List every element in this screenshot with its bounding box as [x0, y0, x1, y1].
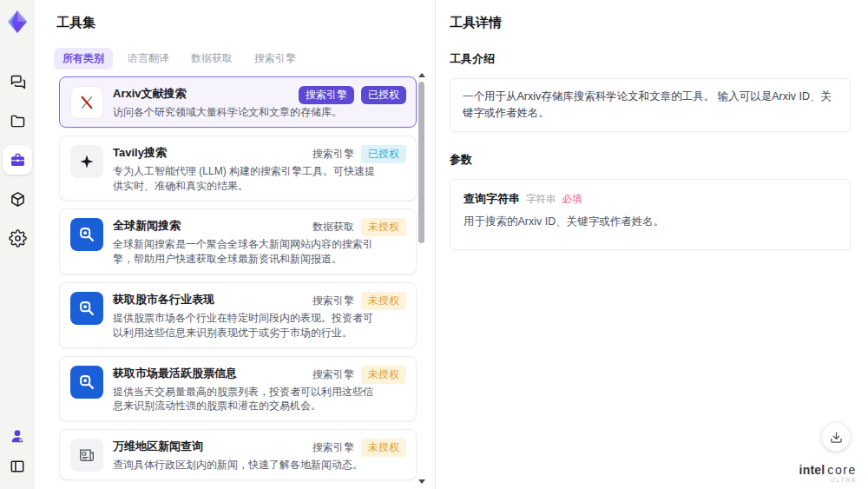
side-panel-icon[interactable]: [5, 454, 30, 479]
category-label: 搜索引擎: [312, 147, 354, 162]
category-label: 搜索引擎: [312, 294, 354, 308]
tool-card[interactable]: 获取股市各行业表现 提供股票市场各个行业在特定时间段内的表现。投资者可以利用这些…: [59, 282, 417, 348]
tool-description: 提供当天交易量最高的股票列表，投资者可以利用这些信息来识别流动性强的股票和潜在的…: [113, 385, 375, 414]
brand-ultra-text: ULTRA: [799, 477, 857, 483]
tab-search-engine[interactable]: 搜索引擎: [247, 48, 303, 69]
tool-detail-panel: 工具详情 工具介绍 一个用于从Arxiv存储库搜索科学论文和文章的工具。 输入可…: [436, 0, 868, 489]
scroll-down-arrow[interactable]: [418, 479, 425, 484]
parameter-name: 查询字符串: [464, 191, 520, 207]
parameter-card: 查询字符串 字符串 必填 用于搜索的Arxiv ID、关键字或作者姓名。: [450, 179, 851, 250]
category-label: 数据获取: [312, 220, 354, 235]
tool-intro-card: 一个用于从Arxiv存储库搜索科学论文和文章的工具。 输入可以是Arxiv ID…: [450, 78, 851, 132]
tool-card[interactable]: Tavily搜索 专为人工智能代理 (LLM) 构建的搜索引擎工具。可快速提供实…: [59, 135, 417, 202]
arxiv-logo-icon: [70, 86, 103, 119]
brand-intel-text: intel: [799, 463, 825, 477]
status-badge: 未授权: [361, 439, 406, 457]
scroll-up-arrow[interactable]: [418, 73, 425, 77]
brand-core-text: core: [827, 463, 857, 477]
cube-icon[interactable]: [3, 184, 32, 214]
status-badge: 未授权: [361, 218, 406, 236]
settings-icon[interactable]: [3, 223, 32, 253]
tool-intro-text: 一个用于从Arxiv存储库搜索科学论文和文章的工具。 输入可以是Arxiv ID…: [463, 90, 832, 119]
tool-description: 全球新闻搜索是一个聚合全球各大新闻网站内容的搜索引擎，帮助用户快速获取全球最新资…: [113, 237, 375, 267]
folder-icon[interactable]: [3, 106, 32, 135]
left-icon-rail: [0, 0, 35, 489]
app-gem-logo: [4, 9, 30, 35]
rail-bottom: [5, 424, 30, 479]
download-icon: [830, 431, 843, 444]
tab-language-translation[interactable]: 语言翻译: [121, 48, 176, 69]
status-badge: 已授权: [361, 145, 406, 163]
tool-card[interactable]: 全球新闻搜索 全球新闻搜索是一个聚合全球各大新闻网站内容的搜索引擎，帮助用户快速…: [59, 208, 417, 274]
detail-title: 工具详情: [450, 15, 851, 31]
tool-card[interactable]: Arxiv文献搜索 访问各个研究领域大量科学论文和文章的存储库。 搜索引擎 已授…: [59, 76, 417, 128]
category-tabs: 所有类别 语言翻译 数据获取 搜索引擎: [54, 48, 435, 69]
user-icon[interactable]: [5, 424, 30, 448]
sector-search-icon: [70, 292, 103, 325]
stock-search-icon: [70, 366, 103, 399]
tool-description: 专为人工智能代理 (LLM) 构建的搜索引擎工具。可快速提供实时、准确和真实的结…: [113, 164, 375, 194]
category-label: 搜索引擎: [312, 440, 354, 455]
tab-data-acquisition[interactable]: 数据获取: [184, 48, 240, 69]
download-button[interactable]: [822, 423, 850, 451]
params-heading: 参数: [450, 152, 851, 168]
rail-nav: [3, 67, 32, 253]
tool-description: 查询具体行政区划内的新闻，快速了解各地新闻动态。: [113, 458, 363, 472]
newspaper-icon: [70, 439, 103, 472]
page-title: 工具集: [56, 15, 435, 31]
intro-heading: 工具介绍: [450, 51, 851, 67]
tab-all-categories[interactable]: 所有类别: [54, 48, 113, 69]
category-badge: 搜索引擎: [299, 86, 354, 104]
toolbox-icon[interactable]: [3, 145, 32, 175]
tool-card[interactable]: 获取市场最活跃股票信息 提供当天交易量最高的股票列表，投资者可以利用这些信息来识…: [59, 356, 417, 422]
tool-description: 提供股票市场各个行业在特定时间段内的表现。投资者可以利用这些信息来识别表现优于或…: [113, 311, 375, 340]
parameter-type: 字符串: [526, 193, 556, 206]
parameter-description: 用于搜索的Arxiv ID、关键字或作者姓名。: [464, 215, 837, 229]
scrollbar-thumb[interactable]: [418, 82, 424, 243]
news-search-icon: [70, 218, 103, 251]
category-label: 搜索引擎: [312, 367, 354, 382]
tool-card[interactable]: 万维地区新闻查询 查询具体行政区划内的新闻，快速了解各地新闻动态。 搜索引擎 未…: [59, 429, 417, 480]
status-badge: 未授权: [361, 366, 406, 384]
status-badge: 未授权: [361, 292, 406, 310]
list-scrollbar: [418, 73, 425, 484]
tool-description: 访问各个研究领域大量科学论文和文章的存储库。: [113, 105, 342, 120]
chat-icon[interactable]: [3, 67, 32, 96]
status-badge: 已授权: [361, 86, 406, 104]
tool-card-list: Arxiv文献搜索 访问各个研究领域大量科学论文和文章的存储库。 搜索引擎 已授…: [59, 76, 417, 489]
intel-core-logo: intelcore ULTRA: [799, 464, 857, 483]
parameter-required-flag: 必填: [562, 193, 582, 206]
tool-list-panel: 工具集 所有类别 语言翻译 数据获取 搜索引擎 Arxiv文献搜索 访问各个研究…: [35, 0, 436, 489]
sparkle-icon: [70, 145, 103, 178]
